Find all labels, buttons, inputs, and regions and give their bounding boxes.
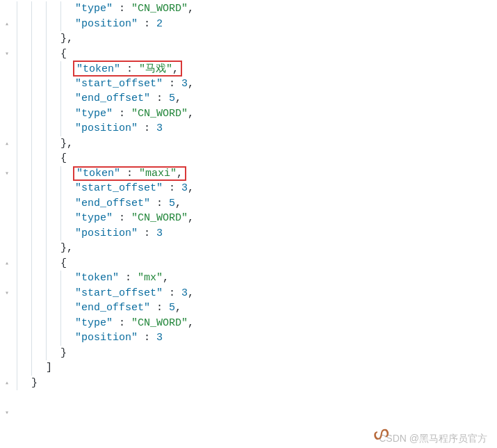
fold-up-icon[interactable]: ▴ — [0, 376, 14, 391]
indent-guide — [31, 31, 46, 47]
code-line[interactable]: } — [17, 346, 497, 361]
code-line[interactable]: "type" : "CN_WORD", — [17, 1, 497, 17]
code-line[interactable]: }, — [17, 241, 497, 256]
code-line[interactable]: "token" : "mx", — [17, 271, 497, 286]
code-content: "type" : "CN_WORD", — [75, 317, 194, 329]
indent-guide — [46, 256, 60, 271]
indent-guide — [31, 286, 46, 301]
gutter-blank — [0, 390, 14, 406]
indent-guide — [46, 17, 60, 32]
indent-guide — [17, 256, 31, 271]
code-line[interactable]: }, — [17, 136, 497, 152]
indent-guide — [17, 136, 31, 152]
indent-guide — [60, 77, 75, 92]
gutter-blank — [0, 360, 14, 376]
code-line[interactable]: { — [17, 151, 497, 166]
gutter-blank — [0, 181, 14, 196]
indent-guide — [60, 196, 75, 211]
code-line[interactable]: "end_offset" : 5, — [17, 91, 497, 106]
indent-guide — [31, 151, 46, 166]
code-content: "start_offset" : 3, — [75, 78, 194, 90]
code-line[interactable]: "position" : 3 — [17, 121, 497, 136]
indent-guide — [17, 61, 31, 77]
code-line[interactable]: "start_offset" : 3, — [17, 286, 497, 301]
fold-down-icon[interactable]: ▾ — [0, 166, 14, 182]
indent-guide — [31, 330, 46, 346]
gutter-blank — [0, 420, 14, 435]
fold-down-icon[interactable]: ▾ — [0, 406, 14, 421]
indent-guide — [17, 316, 31, 331]
indent-guide — [17, 47, 31, 62]
indent-guide — [17, 151, 31, 166]
indent-guide — [31, 1, 46, 17]
code-line[interactable]: { — [17, 256, 497, 271]
code-line[interactable]: "position" : 3 — [17, 226, 497, 241]
code-content: "type" : "CN_WORD", — [75, 3, 194, 15]
gutter-blank — [0, 330, 14, 346]
indent-guide — [60, 330, 75, 346]
indent-guide — [31, 77, 46, 92]
indent-guide — [17, 106, 31, 122]
indent-guide — [46, 346, 60, 361]
indent-guide — [46, 241, 60, 256]
indent-guide — [31, 196, 46, 211]
code-line[interactable]: }, — [17, 31, 497, 47]
indent-guide — [31, 181, 46, 196]
indent-guide — [46, 271, 60, 286]
code-line[interactable]: "token" : "马戏", — [17, 61, 497, 77]
code-editor: ▴▾▴▾▴▾▴▾ "type" : "CN_WORD","position" :… — [0, 0, 497, 448]
code-line[interactable]: { — [17, 47, 497, 62]
gutter-blank — [0, 151, 14, 166]
code-line[interactable]: "end_offset" : 5, — [17, 196, 497, 211]
fold-down-icon[interactable]: ▾ — [0, 47, 14, 62]
gutter-blank — [0, 106, 14, 122]
code-content: { — [60, 257, 67, 269]
indent-guide — [60, 106, 75, 122]
gutter-blank — [0, 61, 14, 77]
code-content: "start_offset" : 3, — [75, 182, 194, 194]
indent-guide — [31, 360, 46, 376]
code-line[interactable]: "type" : "CN_WORD", — [17, 211, 497, 226]
indent-guide — [31, 61, 46, 77]
indent-guide — [46, 31, 60, 47]
fold-up-icon[interactable]: ▴ — [0, 256, 14, 271]
code-line[interactable]: "end_offset" : 5, — [17, 301, 497, 316]
code-area[interactable]: "type" : "CN_WORD","position" : 2},{"tok… — [14, 0, 497, 448]
fold-gutter[interactable]: ▴▾▴▾▴▾▴▾ — [0, 0, 14, 448]
indent-guide — [46, 151, 60, 166]
indent-guide — [60, 181, 75, 196]
indent-guide — [60, 316, 75, 331]
code-line[interactable]: "type" : "CN_WORD", — [17, 106, 497, 122]
indent-guide — [46, 77, 60, 92]
indent-guide — [31, 316, 46, 331]
code-line[interactable]: "token" : "maxi", — [17, 166, 497, 182]
indent-guide — [17, 1, 31, 17]
code-line[interactable]: "start_offset" : 3, — [17, 181, 497, 196]
code-line[interactable]: "type" : "CN_WORD", — [17, 316, 497, 331]
indent-guide — [17, 360, 31, 376]
code-line[interactable]: "start_offset" : 3, — [17, 77, 497, 92]
indent-guide — [60, 1, 75, 17]
fold-down-icon[interactable]: ▾ — [0, 286, 14, 301]
code-content: "token" : "mx", — [75, 272, 169, 284]
indent-guide — [17, 17, 31, 32]
gutter-blank — [0, 91, 14, 106]
code-content: "position" : 3 — [75, 122, 163, 134]
highlighted-token: "token" : "马戏", — [73, 61, 182, 77]
fold-up-icon[interactable]: ▴ — [0, 17, 14, 32]
code-content: "type" : "CN_WORD", — [75, 212, 194, 224]
code-line[interactable]: } — [17, 376, 497, 391]
code-line[interactable]: ] — [17, 360, 497, 376]
indent-guide — [31, 241, 46, 256]
indent-guide — [46, 330, 60, 346]
indent-guide — [46, 316, 60, 331]
code-content: "end_offset" : 5, — [75, 198, 181, 209]
gutter-blank — [0, 77, 14, 92]
code-line[interactable]: "position" : 2 — [17, 17, 497, 32]
indent-guide — [17, 181, 31, 196]
gutter-blank — [0, 1, 14, 17]
indent-guide — [46, 181, 60, 196]
code-content: }, — [60, 242, 73, 254]
fold-up-icon[interactable]: ▴ — [0, 136, 14, 152]
code-line[interactable]: "position" : 3 — [17, 330, 497, 346]
